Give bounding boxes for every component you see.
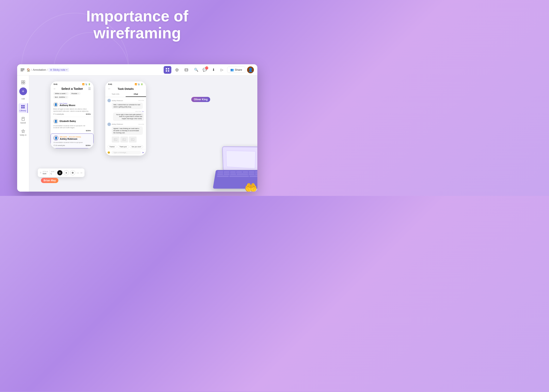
chat-message-2: 08:22 PM You You're right, it does look …: [107, 111, 144, 121]
chat-area: Ashley Robinson 08:23 PM Well, I noticed…: [105, 97, 146, 144]
breadcrumb-sep1: /: [31, 68, 32, 71]
notification-badge: 18: [205, 66, 208, 70]
share-icon: 👥: [230, 68, 234, 71]
laptop-screen: [222, 146, 257, 173]
settings-btn[interactable]: ⚙: [70, 170, 75, 175]
tasker3-rate: $15/hr: [86, 144, 91, 146]
svg-rect-7: [21, 81, 23, 82]
svg-rect-10: [23, 83, 25, 84]
svg-rect-9: [21, 83, 23, 84]
size-group: SIZE L: [51, 171, 55, 175]
chat-sender-3: Ashley Robinson: [112, 123, 123, 125]
emoji-icon[interactable]: 😊: [107, 151, 110, 154]
tasker3-elite-badge: Elite tasker: [60, 136, 67, 138]
size-value: L: [51, 173, 55, 175]
sidebar-item-ai[interactable]: Visily AI: [18, 128, 28, 137]
chat-avatar-1: [107, 99, 111, 102]
tasker-card-2[interactable]: 👤 Elizabeth Bailey Ut exercitation occae…: [51, 117, 93, 134]
svg-point-17: [115, 139, 115, 140]
breadcrumb-sticky-label: Sticky note: [53, 68, 65, 71]
phone1-time: 9:41: [54, 83, 57, 85]
chat-avatar-3: [107, 123, 111, 126]
sidebar-item-shapes[interactable]: [18, 79, 28, 86]
svg-point-19: [123, 139, 124, 140]
style-divider-2: [56, 170, 56, 176]
svg-rect-12: [23, 105, 25, 106]
tasker2-avatar: 👤: [53, 119, 58, 124]
add-label: Add: [21, 98, 25, 100]
filter-chip-2[interactable]: Flexible ×: [70, 92, 81, 95]
size-label: SIZE: [51, 171, 55, 172]
quick-reply-1[interactable]: Thanks!: [107, 145, 117, 148]
chat-bubble-2: You're right, it does look quite packed.…: [113, 112, 144, 121]
phone1-title: Select a Tasker: [61, 87, 83, 91]
chat-input-bar: 😊 Type a message... ➤: [105, 149, 146, 156]
tasker-card-3[interactable]: 👤 Elite tasker ★ 9.0 (42 reviews) Ashley…: [51, 133, 93, 148]
tasker3-avatar: 👤: [53, 135, 58, 140]
frame-tool-button[interactable]: [164, 66, 171, 74]
style-value: Icon: [43, 173, 48, 175]
tasker3-name: Ashley Robinson: [60, 138, 81, 140]
phone2-title: Task Details: [118, 87, 134, 91]
phone1-back-icon[interactable]: ←: [53, 87, 56, 91]
tasker3-desc: Ut exercitation occaecat minim eu qui ip…: [53, 141, 91, 144]
send-icon[interactable]: ➤: [142, 151, 144, 154]
share-button[interactable]: 👥 Share: [227, 67, 245, 73]
svg-rect-0: [166, 68, 167, 70]
plugin-tool-button[interactable]: [173, 66, 181, 74]
toolbar-right: 🔍 💬 18 ⬇ ▷ 👥 Share 👤: [193, 66, 254, 73]
chat-bubble-3: Agreed. I was thinking we could start a …: [112, 126, 143, 135]
breadcrumb-annotation[interactable]: Annotation: [33, 68, 46, 71]
tab-task-info[interactable]: Task Info: [105, 92, 126, 97]
chat-image-2: [120, 137, 128, 142]
chat-sender-1: Ashley Robinson: [112, 100, 123, 101]
hands-illustration: 🤲: [244, 182, 257, 192]
filter-chip-1[interactable]: Within a week ×: [53, 92, 69, 95]
filter-chip-3[interactable]: $10 - $195/hr ×: [53, 96, 68, 98]
left-sidebar: + Add Library Saved: [17, 76, 29, 192]
tasker1-badge: New Tasker: [60, 103, 75, 104]
user-avatar[interactable]: 👤: [247, 66, 254, 73]
sidebar-item-library[interactable]: Library: [18, 103, 28, 113]
sidebar-item-saved[interactable]: Saved: [18, 116, 28, 125]
more-options-btn[interactable]: ···: [77, 171, 79, 175]
style-group: STYLE Icon: [43, 171, 48, 175]
tasker1-jobs: ⏱ 3 overall jobs: [53, 113, 64, 115]
hero-line1: Importance of: [86, 7, 188, 25]
phone1-header: ← Select a Tasker ☰: [51, 86, 93, 92]
phone-mockup-2: 9:41 📶📡🔋 ← Task Details Task Info: [105, 81, 146, 156]
menu-icon[interactable]: [21, 69, 24, 71]
breadcrumb: 🏠 / Annotation / ⊞ Sticky note ▾: [27, 68, 69, 72]
svg-point-21: [132, 139, 133, 140]
tasker-card-1[interactable]: 👤 New Tasker Anthony Moore Minim sit fug…: [51, 100, 93, 117]
chat-bubble-1: Well, I noticed that our schedule for ne…: [112, 103, 143, 109]
play-button[interactable]: ▷: [219, 66, 225, 73]
tasker1-rate: $15/hr: [86, 113, 91, 115]
phone1-screen: 9:41 📶📡🔋 ← Select a Tasker ☰ Within a we…: [51, 81, 93, 148]
color-dark-btn[interactable]: ●: [57, 170, 62, 175]
add-button[interactable]: +: [19, 87, 27, 95]
align-btn[interactable]: ≡: [64, 170, 69, 175]
svg-rect-8: [23, 81, 25, 82]
browser-content: + Add Library Saved: [17, 76, 257, 192]
share-label: Share: [235, 68, 242, 71]
phone1-menu-icon[interactable]: ☰: [88, 87, 91, 91]
phone2-back-icon[interactable]: ←: [108, 87, 111, 91]
chat-placeholder: Type a message...: [114, 152, 127, 154]
quick-reply-2[interactable]: Thank you!: [118, 145, 129, 148]
you-label: You: [142, 111, 144, 112]
phone-mockup-1: 9:41 📶📡🔋 ← Select a Tasker ☰ Within a we…: [51, 81, 93, 148]
code-tool-button[interactable]: [183, 66, 190, 74]
quick-reply-3[interactable]: See you soon!: [130, 145, 143, 148]
library-label: Library: [20, 110, 26, 112]
svg-rect-2: [166, 70, 167, 72]
breadcrumb-sticky[interactable]: ⊞ Sticky note ▾: [49, 68, 69, 72]
download-button[interactable]: ⬇: [210, 66, 217, 73]
notifications-button[interactable]: 💬 18: [201, 66, 208, 73]
phone2-tabs: Task Info Chat: [105, 92, 146, 97]
home-icon[interactable]: 🏠: [27, 68, 30, 72]
chat-input-field[interactable]: Type a message...: [111, 151, 141, 154]
style-toolbar: ⠿ STYLE Icon SIZE L ● ≡ ⚙ ··· /hr: [38, 168, 85, 177]
tab-chat[interactable]: Chat: [126, 92, 146, 97]
search-button[interactable]: 🔍: [193, 66, 200, 73]
